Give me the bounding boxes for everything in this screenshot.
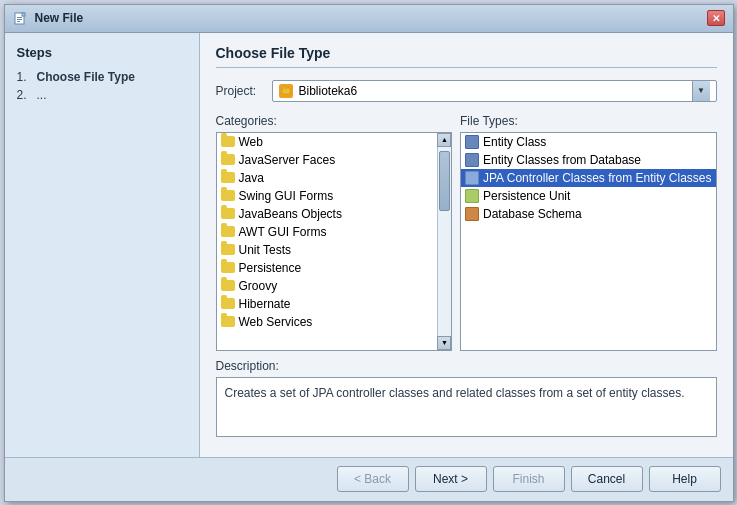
description-label: Description: <box>216 359 717 373</box>
category-label-web-services: Web Services <box>239 315 313 329</box>
category-javabeans[interactable]: JavaBeans Objects <box>217 205 437 223</box>
filetype-db-schema[interactable]: Database Schema <box>461 205 716 223</box>
scrollbar-thumb[interactable] <box>439 151 450 211</box>
filetypes-listbox[interactable]: Entity Class Entity Classes from Databas… <box>460 132 717 351</box>
main-panel: Choose File Type Project: Biblioteka6 ▼ <box>200 33 733 457</box>
svg-rect-5 <box>17 21 20 22</box>
filetype-persistence-unit[interactable]: Persistence Unit <box>461 187 716 205</box>
entity-icon <box>465 135 479 149</box>
folder-icon <box>221 316 235 327</box>
filetypes-list-content[interactable]: Entity Class Entity Classes from Databas… <box>461 133 716 350</box>
folder-icon <box>221 190 235 201</box>
folder-icon <box>221 136 235 147</box>
folder-icon <box>221 172 235 183</box>
folder-icon <box>221 280 235 291</box>
category-label-swing: Swing GUI Forms <box>239 189 334 203</box>
category-java[interactable]: Java <box>217 169 437 187</box>
filetype-jpa-controller[interactable]: JPA Controller Classes from Entity Class… <box>461 169 716 187</box>
step-item-1: 1. Choose File Type <box>17 70 187 84</box>
step-item-2: 2. ... <box>17 88 187 102</box>
folder-icon <box>221 154 235 165</box>
step-label-2: ... <box>37 88 47 102</box>
pu-icon <box>465 189 479 203</box>
categories-section: Categories: Web JavaServer Faces <box>216 114 452 351</box>
finish-button[interactable]: Finish <box>493 466 565 492</box>
close-button[interactable]: ✕ <box>707 10 725 26</box>
project-row: Project: Biblioteka6 ▼ <box>216 80 717 102</box>
help-button[interactable]: Help <box>649 466 721 492</box>
step-label-1: Choose File Type <box>37 70 135 84</box>
folder-icon <box>221 262 235 273</box>
description-section: Description: Creates a set of JPA contro… <box>216 359 717 437</box>
filetype-label-persistence-unit: Persistence Unit <box>483 189 570 203</box>
categories-label: Categories: <box>216 114 452 128</box>
dialog-icon <box>13 10 29 26</box>
scrollbar-up-btn[interactable]: ▲ <box>437 133 451 147</box>
steps-panel: Steps 1. Choose File Type 2. ... <box>5 33 200 457</box>
filetypes-section: File Types: Entity Class Entity Classes … <box>460 114 717 351</box>
category-label-java: Java <box>239 171 264 185</box>
categories-listbox[interactable]: Web JavaServer Faces Java <box>216 132 452 351</box>
category-label-hibernate: Hibernate <box>239 297 291 311</box>
filetype-entity-class[interactable]: Entity Class <box>461 133 716 151</box>
category-jsf[interactable]: JavaServer Faces <box>217 151 437 169</box>
two-col-section: Categories: Web JavaServer Faces <box>216 114 717 351</box>
category-persistence[interactable]: Persistence <box>217 259 437 277</box>
category-web[interactable]: Web <box>217 133 437 151</box>
project-value: Biblioteka6 <box>299 84 692 98</box>
step-num-1: 1. <box>17 70 33 84</box>
category-label-unit-tests: Unit Tests <box>239 243 291 257</box>
filetype-label-entity-from-db: Entity Classes from Database <box>483 153 641 167</box>
title-bar: New File ✕ <box>5 5 733 33</box>
svg-rect-4 <box>17 19 22 20</box>
section-title: Choose File Type <box>216 45 717 68</box>
new-file-dialog: New File ✕ Steps 1. Choose File Type 2. … <box>4 4 734 502</box>
svg-rect-2 <box>22 13 25 16</box>
db-icon <box>465 207 479 221</box>
category-swing[interactable]: Swing GUI Forms <box>217 187 437 205</box>
filetype-label-jpa-controller: JPA Controller Classes from Entity Class… <box>483 171 712 185</box>
categories-list-content[interactable]: Web JavaServer Faces Java <box>217 133 437 350</box>
category-label-web: Web <box>239 135 263 149</box>
project-select[interactable]: Biblioteka6 ▼ <box>272 80 717 102</box>
category-label-groovy: Groovy <box>239 279 278 293</box>
categories-scrollbar[interactable]: ▲ ▼ <box>437 133 451 350</box>
category-label-awt: AWT GUI Forms <box>239 225 327 239</box>
button-bar: < Back Next > Finish Cancel Help <box>5 457 733 501</box>
back-button[interactable]: < Back <box>337 466 409 492</box>
project-dropdown-arrow[interactable]: ▼ <box>692 81 710 101</box>
scrollbar-down-btn[interactable]: ▼ <box>437 336 451 350</box>
project-icon <box>279 84 293 98</box>
category-groovy[interactable]: Groovy <box>217 277 437 295</box>
dialog-title: New File <box>35 11 707 25</box>
category-hibernate[interactable]: Hibernate <box>217 295 437 313</box>
svg-rect-3 <box>17 17 22 18</box>
next-button[interactable]: Next > <box>415 466 487 492</box>
dialog-content: Steps 1. Choose File Type 2. ... Choose … <box>5 33 733 457</box>
filetype-label-db-schema: Database Schema <box>483 207 582 221</box>
folder-icon <box>221 226 235 237</box>
filetype-entity-from-db[interactable]: Entity Classes from Database <box>461 151 716 169</box>
description-text: Creates a set of JPA controller classes … <box>216 377 717 437</box>
category-label-persistence: Persistence <box>239 261 302 275</box>
step-num-2: 2. <box>17 88 33 102</box>
entity-icon <box>465 153 479 167</box>
cancel-button[interactable]: Cancel <box>571 466 643 492</box>
category-label-javabeans: JavaBeans Objects <box>239 207 342 221</box>
filetype-label-entity-class: Entity Class <box>483 135 546 149</box>
steps-heading: Steps <box>17 45 187 60</box>
category-awt[interactable]: AWT GUI Forms <box>217 223 437 241</box>
filetypes-label: File Types: <box>460 114 717 128</box>
scrollbar-track <box>438 147 451 336</box>
folder-icon <box>221 244 235 255</box>
category-unit-tests[interactable]: Unit Tests <box>217 241 437 259</box>
folder-icon <box>221 208 235 219</box>
steps-list: 1. Choose File Type 2. ... <box>17 70 187 102</box>
category-web-services[interactable]: Web Services <box>217 313 437 331</box>
svg-rect-7 <box>282 87 286 89</box>
folder-icon <box>221 298 235 309</box>
project-label: Project: <box>216 84 264 98</box>
category-label-jsf: JavaServer Faces <box>239 153 336 167</box>
entity-icon <box>465 171 479 185</box>
